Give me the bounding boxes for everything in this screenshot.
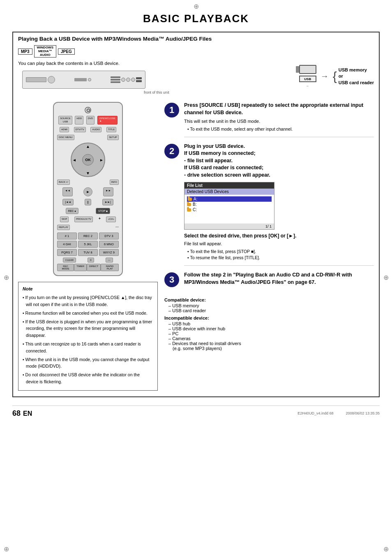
drive-a-label: A: [194,197,197,201]
file-list-footer: 1/ 1 [184,223,274,229]
file-list-item-c: C: [187,207,272,212]
skip-button[interactable]: SKIP [60,216,69,222]
reg-mark-left: ⊕ [2,274,10,282]
step-3-block: 3 Follow the step 2 in "Playing Back an … [164,272,374,292]
num-7[interactable]: PQRS 7 [57,249,77,256]
reg-mark-bottom-right: ⊕ [382,545,390,553]
open-close-button[interactable]: OPEN/CLOSE▲ [97,116,118,124]
num-rec[interactable]: REC 2 [78,233,98,240]
pause-button[interactable]: ‖ [85,199,91,205]
next-button[interactable]: ►►| [102,199,113,205]
rec-mode-button[interactable]: REC MODE [57,264,74,271]
incompat-item-5-sub: (e.g. some MP3 players) [164,346,374,351]
folder-icon-a [188,198,192,201]
num-9[interactable]: WXYZ 9 [99,249,119,256]
step-2-content: Plug in your USB device. If USB memory i… [184,143,374,266]
rew-button[interactable]: ◄◄ [62,187,73,196]
incompat-item-2: – USB device with inner hub [164,326,374,331]
step-1-note-1: This will set the unit in the USB mode. [184,118,374,125]
reg-mark-right: ⊕ [382,274,390,282]
drive-c-label: C: [193,207,197,212]
folder-icon-c [187,208,191,212]
rapid-play-button[interactable]: RAPID PLAY [101,264,119,271]
right-column: 1 Press [SOURCE / USB] repeatedly to sel… [164,102,374,390]
remote-row-1: SOURCEUSB HDD DVD OPEN/CLOSE▲ [57,116,119,124]
num-8[interactable]: TUV 8 [78,249,98,256]
file-list-item-b: B: [187,202,272,207]
incompat-item-5: – Devices that need to install drivers [164,341,374,346]
num-0[interactable]: 0 [88,258,94,263]
drive-b-label: B: [193,202,196,207]
dvd-button[interactable]: DVD [86,116,95,124]
compat-item-1: – USB memory [164,303,374,308]
remote-row-skip: SKIP PROG/LIV.TV + +CH+ [57,216,119,222]
remote-numpad: # 1 REC 2 DTV 3 4 GHI 5 JKL 6 MNO PQRS 7… [57,233,119,256]
incompat-item-4: – Cameras [164,336,374,341]
page-lang: EN [23,410,32,417]
incompat-title: Incompatible device: [164,315,374,320]
direct-button[interactable]: DIRECT [87,264,101,271]
badge-mp3: MP3 [18,48,32,55]
note-item-1: • If you turn on the unit by pressing [O… [23,294,153,308]
back-button[interactable]: BACK ↩ [57,180,70,185]
dtv-tv-button[interactable]: DTV/TV [74,127,86,132]
compat-item-2: – USB card reader [164,308,374,313]
step-2-block: 2 Plug in your USB device. If USB memory… [164,143,374,266]
dpad-up[interactable]: ▲ [86,144,90,149]
device-left-controls [26,76,55,83]
device-front [22,71,145,89]
step-2-number: 2 [164,144,179,159]
hdmi-button[interactable]: HDMI [60,127,69,132]
stop-button[interactable]: STOP ■ [96,208,110,214]
dpad-down[interactable]: ▼ [86,171,90,175]
power-button[interactable]: ⏻ [85,107,91,113]
prev-button[interactable]: |◄◄ [62,199,74,205]
num-5[interactable]: 5 JKL [78,241,98,248]
note-item-2: • Resume function will be canceled when … [23,310,153,317]
file-list-header: File List [184,182,274,189]
prog-button[interactable]: PROG/LIV.TV [74,216,93,222]
remote-row-3: DISC MENU SETUP [57,135,119,140]
step-3-content: Follow the step 2 in "Playing Back an Au… [184,272,374,292]
badges-row: MP3 WINDOWSMEDIA™AUDIO JPEG [18,45,374,58]
section-box: Playing Back a USB Device with MP3/Windo… [12,32,380,397]
step-3-number: 3 [164,272,179,287]
remote-row-transport3: REC ● STOP ■ [57,208,119,214]
num-6[interactable]: 6 MNO [99,241,119,248]
title-button[interactable]: TITLE [106,127,116,132]
hdd-button[interactable]: HDD [75,116,83,124]
step-1-block: 1 Press [SOURCE / USB] repeatedly to sel… [164,102,374,137]
compat-title: Compatible device: [164,297,374,302]
timer-button[interactable]: TIMER [74,264,87,271]
info-button[interactable]: INFO [110,180,119,185]
dpad-right[interactable]: ► [99,158,104,162]
audio-button[interactable]: AUDIO [90,127,101,132]
replay-button[interactable]: REPLAY [57,225,70,230]
file-list-subheader: Detected USB Devices [184,189,274,195]
reg-mark-top: ⊕ [192,2,200,10]
ok-button[interactable]: OK [82,154,94,166]
dpad-left[interactable]: ◄ [72,158,76,162]
play-button[interactable]: ► [83,187,92,196]
note-item-3: • If the USB device is plugged in when y… [23,318,153,339]
file-list-box: File List Detected USB Devices A: B: [184,182,274,230]
remote-control: ⏻ SOURCEUSB HDD DVD OPEN/CLOSE▲ HDMI DTV… [53,102,123,276]
footer-date: 2008/06/02 13:35:35 [346,411,380,415]
disc-menu-button[interactable]: DISC MENU [57,135,74,140]
ffw-button[interactable]: ►► [103,187,113,196]
step-1-number: 1 [164,103,179,117]
rec-button[interactable]: REC ● [66,208,78,214]
num-4[interactable]: 4 GHI [57,241,77,248]
select-note-2: • To exit the file list, press [STOP ■]. [187,249,374,255]
incompat-item-1: – USB hub [164,321,374,326]
badge-jpeg: JPEG [58,48,75,55]
setup-button[interactable]: SETUP [107,135,119,140]
num-1[interactable]: # 1 [57,233,77,240]
dash-button[interactable]: — [106,258,113,263]
source-usb-button[interactable]: SOURCEUSB [58,116,72,124]
ch-plus-button[interactable]: +CH+ [106,216,116,222]
note-section: Note • If you turn on the unit by pressi… [18,282,158,391]
num-dtv[interactable]: DTV 3 [99,233,119,240]
remote-row-2: HDMI DTV/TV AUDIO TITLE [57,127,119,132]
clear-button[interactable]: CLEAR [63,258,76,263]
